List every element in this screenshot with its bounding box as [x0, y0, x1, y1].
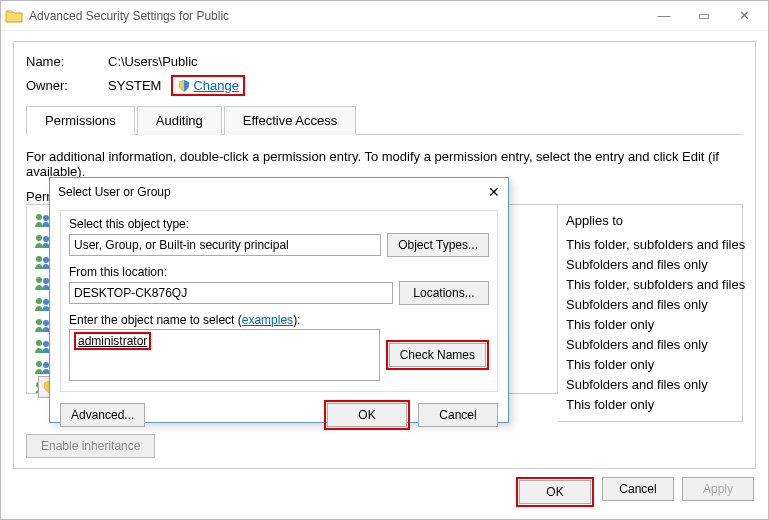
applies-to-header: Applies to [566, 211, 734, 231]
object-name-label: Enter the object name to select (example… [69, 313, 489, 327]
svg-point-14 [36, 361, 42, 367]
applies-to-column: Applies to This folder, subfolders and f… [558, 204, 743, 422]
window-controls: — ▭ ✕ [644, 2, 764, 30]
svg-point-10 [36, 319, 42, 325]
dialog-titlebar: Select User or Group ✕ [50, 178, 508, 206]
name-value: C:\Users\Public [108, 54, 198, 69]
applies-to-value: Subfolders and files only [566, 295, 734, 315]
folder-icon [5, 8, 23, 24]
dialog-ok-highlight: OK [324, 400, 410, 430]
shield-icon [177, 79, 191, 93]
applies-to-value: This folder only [566, 315, 734, 335]
titlebar: Advanced Security Settings for Public — … [1, 1, 768, 31]
cancel-button[interactable]: Cancel [602, 477, 674, 501]
maximize-button[interactable]: ▭ [684, 2, 724, 30]
applies-to-value: Subfolders and files only [566, 335, 734, 355]
check-names-highlight: Check Names [386, 340, 489, 370]
applies-to-value: This folder, subfolders and files [566, 275, 734, 295]
dialog-close-icon[interactable]: ✕ [488, 184, 500, 200]
apply-button[interactable]: Apply [682, 477, 754, 501]
object-name-input[interactable]: administrator [69, 329, 380, 381]
enable-inheritance-button[interactable]: Enable inheritance [26, 434, 155, 458]
object-types-button[interactable]: Object Types... [387, 233, 489, 257]
dialog-cancel-button[interactable]: Cancel [418, 403, 498, 427]
tab-permissions[interactable]: Permissions [26, 106, 135, 135]
description-text: For additional information, double-click… [26, 149, 743, 179]
examples-link[interactable]: examples [242, 313, 293, 327]
tab-auditing[interactable]: Auditing [137, 106, 222, 135]
location-label: From this location: [69, 265, 489, 279]
minimize-button[interactable]: — [644, 2, 684, 30]
check-names-button[interactable]: Check Names [389, 343, 486, 367]
svg-point-8 [36, 298, 42, 304]
owner-label: Owner: [26, 78, 108, 93]
applies-to-value: Subfolders and files only [566, 375, 734, 395]
location-field[interactable] [69, 282, 393, 304]
select-user-dialog: Select User or Group ✕ Select this objec… [49, 177, 509, 423]
close-button[interactable]: ✕ [724, 2, 764, 30]
applies-to-value: This folder, subfolders and files [566, 235, 734, 255]
applies-to-value: This folder only [566, 355, 734, 375]
dialog-title: Select User or Group [58, 185, 171, 199]
object-name-highlight: administrator [74, 332, 151, 350]
ok-button[interactable]: OK [519, 480, 591, 504]
svg-point-0 [36, 214, 42, 220]
locations-button[interactable]: Locations... [399, 281, 489, 305]
tab-effective-access[interactable]: Effective Access [224, 106, 356, 135]
svg-point-4 [36, 256, 42, 262]
svg-point-12 [36, 340, 42, 346]
applies-to-value: Subfolders and files only [566, 255, 734, 275]
owner-value: SYSTEM [108, 78, 161, 93]
svg-point-6 [36, 277, 42, 283]
applies-to-value: This folder only [566, 395, 734, 415]
dialog-ok-button[interactable]: OK [327, 403, 407, 427]
change-owner-highlight: Change [171, 75, 245, 96]
change-owner-link[interactable]: Change [193, 78, 239, 93]
object-type-field[interactable] [69, 234, 381, 256]
main-window: Advanced Security Settings for Public — … [0, 0, 769, 520]
tabs: Permissions Auditing Effective Access [26, 106, 743, 135]
object-name-value: administrator [78, 334, 147, 348]
footer-buttons: OK Cancel Apply [516, 477, 754, 507]
name-label: Name: [26, 54, 108, 69]
ok-highlight: OK [516, 477, 594, 507]
advanced-button[interactable]: Advanced... [60, 403, 145, 427]
window-title: Advanced Security Settings for Public [29, 9, 229, 23]
object-type-label: Select this object type: [69, 217, 489, 231]
svg-point-2 [36, 235, 42, 241]
